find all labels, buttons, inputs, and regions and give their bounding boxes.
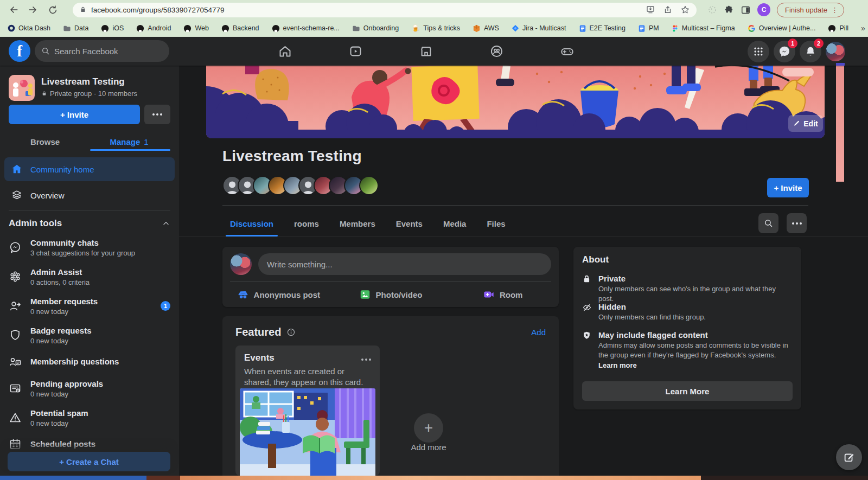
events-illustration	[240, 388, 375, 476]
sidebar-item-admin-assist[interactable]: Admin Assist0 actions, 0 criteria	[0, 262, 179, 291]
cover-photo[interactable]	[206, 66, 825, 138]
sidebar-item-community-home[interactable]: Community home	[4, 157, 175, 181]
compose-fab-button[interactable]	[836, 444, 862, 470]
photo-video-button[interactable]: Photo/video	[335, 282, 447, 307]
bookmarks-overflow-chevrons[interactable]: »	[861, 24, 865, 33]
anonymous-post-button[interactable]: Anonymous post	[222, 282, 335, 307]
tab-browse[interactable]: Browse	[4, 132, 86, 151]
nav-right-actions: 1 2	[748, 41, 845, 62]
tab-events[interactable]: Events	[388, 210, 430, 236]
sidebar-item-community-chats[interactable]: Community chats3 chat suggestions for yo…	[0, 233, 179, 262]
create-chat-button[interactable]: + Create a Chat	[8, 452, 170, 471]
nav-marketplace-tab[interactable]	[391, 37, 461, 66]
side-panel-icon[interactable]	[741, 5, 751, 15]
notifications-button[interactable]: 2	[800, 41, 821, 62]
profile-avatar[interactable]	[826, 42, 845, 61]
finish-update-button[interactable]: Finish update ⋮	[777, 3, 844, 17]
nav-watch-tab[interactable]	[320, 37, 391, 66]
forward-button[interactable]	[26, 3, 40, 17]
tab-media[interactable]: Media	[436, 210, 474, 236]
bookmark-web[interactable]: Web	[183, 24, 208, 33]
bookmark-data-folder[interactable]: Data	[63, 24, 88, 33]
bookmark-aws[interactable]: AWS	[473, 24, 499, 33]
tab-files[interactable]: Files	[479, 210, 513, 236]
events-card-more-button[interactable]	[359, 352, 373, 364]
bookmark-event-schema[interactable]: event-schema-re...	[272, 24, 340, 33]
sidebar-item-potential-spam[interactable]: Potential spam0 new today	[0, 403, 179, 432]
browser-profile-avatar[interactable]: C	[757, 3, 770, 16]
tab-members[interactable]: Members	[332, 210, 383, 236]
apps-menu-button[interactable]	[748, 41, 769, 62]
bookmark-e2e[interactable]: E2E Testing	[579, 24, 626, 33]
edit-cover-button[interactable]: Edit	[788, 115, 823, 132]
admin-tools-header[interactable]: Admin tools	[9, 217, 170, 230]
facebook-logo[interactable]: f	[9, 40, 30, 62]
sidebar-item-badge-requests[interactable]: Badge requests0 new today	[0, 321, 179, 350]
tab-rooms[interactable]: rooms	[286, 210, 327, 236]
bookmark-android[interactable]: Android	[136, 24, 171, 33]
group-more-button[interactable]	[787, 213, 807, 233]
global-search-input[interactable]: Search Facebook	[35, 40, 169, 62]
sidebar-item-member-requests[interactable]: Member requests0 new today 1	[0, 291, 179, 321]
member-avatar[interactable]	[359, 176, 379, 195]
extensions-puzzle-icon[interactable]	[724, 5, 734, 15]
nav-gaming-tab[interactable]	[532, 37, 602, 66]
member-requests-icon	[9, 299, 22, 312]
nav-groups-tab[interactable]	[461, 37, 532, 66]
bookmark-pm[interactable]: PM	[638, 24, 659, 33]
url-bar[interactable]: facebook.com/groups/583390727054779	[73, 3, 697, 17]
back-arrow-icon	[8, 4, 19, 15]
bookmark-backend[interactable]: Backend	[221, 24, 259, 33]
messenger-button[interactable]: 1	[774, 41, 795, 62]
bookmark-tips[interactable]: 🍺Tips & tricks	[411, 24, 460, 33]
home-icon	[278, 44, 292, 59]
member-requests-badge: 1	[161, 301, 170, 311]
invite-button[interactable]: + Invite	[767, 178, 809, 197]
featured-add-link[interactable]: Add	[531, 328, 546, 337]
kebab-menu-icon[interactable]: ⋮	[831, 6, 838, 14]
marketplace-icon	[419, 44, 433, 59]
download-icon[interactable]	[646, 5, 655, 15]
bookmark-jira[interactable]: Jira - Multicast	[512, 24, 566, 32]
group-thumbnail[interactable]	[9, 75, 35, 101]
write-post-input[interactable]: Write something...	[258, 253, 551, 275]
bookmark-figma[interactable]: Multicast – Figma	[672, 24, 735, 33]
tab-manage[interactable]: Manage 1	[88, 132, 170, 151]
featured-title: Featured	[235, 326, 296, 338]
composer-avatar[interactable]	[230, 253, 252, 275]
group-search-button[interactable]	[758, 213, 778, 233]
sidebar-more-button[interactable]	[144, 105, 170, 124]
messenger-icon	[778, 46, 790, 57]
learn-more-button[interactable]: Learn More	[582, 381, 793, 401]
inactive-extension-icon[interactable]	[707, 5, 717, 15]
group-thumbnail-illustration	[9, 75, 35, 101]
share-icon[interactable]	[663, 5, 673, 15]
nav-home-tab[interactable]	[250, 37, 320, 66]
info-icon[interactable]	[286, 328, 296, 337]
bookmark-onboarding-folder[interactable]: Onboarding	[352, 24, 399, 33]
search-placeholder: Search Facebook	[54, 47, 118, 56]
sidebar-invite-button[interactable]: + Invite	[9, 105, 140, 124]
events-card-title: Events	[244, 353, 275, 363]
learn-more-link[interactable]: Learn more	[598, 361, 793, 369]
sidebar-item-pending-approvals[interactable]: Pending approvals0 new today	[0, 374, 179, 403]
search-icon	[764, 219, 773, 228]
add-more-button[interactable]: +	[414, 413, 443, 443]
strip-segment	[146, 476, 180, 480]
bookmark-ios[interactable]: iOS	[101, 24, 124, 33]
room-button[interactable]: Room	[446, 282, 559, 307]
tab-discussion[interactable]: Discussion	[222, 210, 281, 236]
back-button[interactable]	[7, 3, 21, 17]
group-tabs: Discussion rooms Members Events Media Fi…	[222, 210, 513, 236]
bookmark-pill[interactable]: Pill	[828, 24, 848, 33]
strip-segment	[180, 476, 701, 480]
sidebar-item-overview[interactable]: Overview	[4, 183, 175, 207]
nav-tabs	[250, 37, 602, 66]
bookmark-overview[interactable]: Overview | Authe...	[748, 24, 816, 33]
reload-button[interactable]	[46, 3, 60, 17]
featured-events-card[interactable]: Events When events are created or shared…	[235, 345, 380, 476]
sidebar-item-membership-questions[interactable]: Membership questions	[0, 350, 179, 374]
bookmark-star-icon[interactable]	[680, 5, 690, 15]
bookmark-okta[interactable]: Okta Dash	[8, 24, 50, 32]
manage-count: 1	[144, 137, 148, 146]
